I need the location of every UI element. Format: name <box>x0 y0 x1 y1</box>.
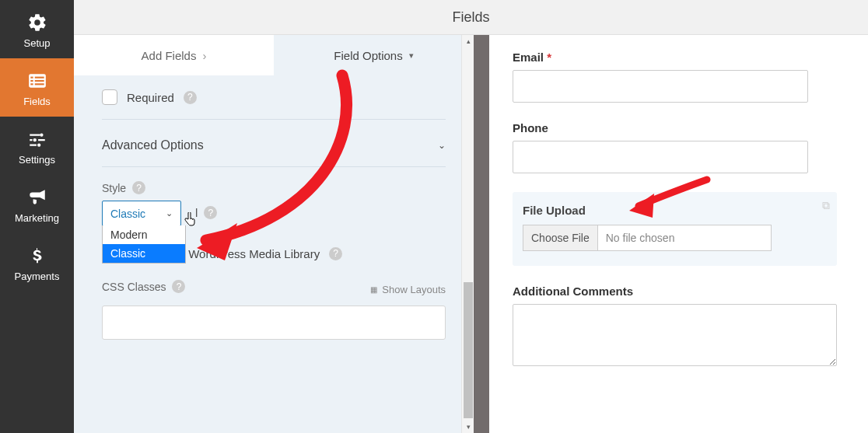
list-icon <box>26 69 49 93</box>
chevron-down-icon: ⌄ <box>438 140 446 151</box>
style-label: Style <box>102 182 126 194</box>
options-panel: Add Fields › Field Options ▾ Required ? <box>74 35 489 433</box>
phone-field-preview[interactable]: Phone <box>513 121 837 173</box>
help-icon[interactable]: ? <box>329 247 342 260</box>
scrollbar[interactable]: ▴ ▾ <box>461 35 474 433</box>
obscured-label-row: l ? <box>195 206 446 219</box>
required-checkbox[interactable] <box>102 89 117 105</box>
section-title: Advanced Options <box>102 138 204 152</box>
css-classes-input[interactable] <box>102 306 446 340</box>
bullhorn-icon <box>26 186 49 209</box>
help-icon[interactable]: ? <box>204 206 217 219</box>
no-file-text: No file chosen <box>598 232 683 244</box>
help-icon[interactable]: ? <box>172 280 185 293</box>
phone-input[interactable] <box>513 141 808 173</box>
tab-label: Field Options <box>334 49 402 62</box>
comments-field-preview[interactable]: Additional Comments <box>513 285 837 368</box>
svg-rect-2 <box>34 77 44 79</box>
css-classes-field: CSS Classes ? ▦ Show Layouts <box>102 280 446 340</box>
tab-add-fields[interactable]: Add Fields › <box>74 35 274 75</box>
sidebar-item-label: Setup <box>24 37 51 49</box>
required-label: Required <box>127 91 174 104</box>
scrollbar-thumb[interactable] <box>464 282 473 418</box>
comments-textarea[interactable] <box>513 304 837 366</box>
file-upload-field-preview[interactable]: ⧉ File Upload Choose File No file chosen <box>513 192 837 266</box>
sidebar-item-label: Marketing <box>15 212 59 224</box>
sidebar-item-label: Settings <box>19 154 55 166</box>
grid-icon: ▦ <box>370 285 377 294</box>
tab-label: Add Fields <box>142 49 197 62</box>
page-title: Fields <box>452 9 489 26</box>
dollar-icon <box>26 244 49 267</box>
tab-field-options[interactable]: Field Options ▾ <box>274 35 474 75</box>
help-icon[interactable]: ? <box>132 181 145 194</box>
sidebar-item-setup[interactable]: Setup <box>0 0 74 58</box>
advanced-options-toggle[interactable]: Advanced Options ⌄ <box>102 120 446 167</box>
chevron-down-icon: ▾ <box>409 51 414 61</box>
comments-label: Additional Comments <box>513 285 837 298</box>
scroll-down-icon[interactable]: ▾ <box>462 421 474 433</box>
required-asterisk: * <box>544 51 551 64</box>
topbar: Fields <box>74 0 868 35</box>
style-select[interactable]: Classic ⌄ Modern Classic <box>102 201 181 226</box>
email-field-preview[interactable]: Email * <box>513 51 837 103</box>
sidebar-item-fields[interactable]: Fields <box>0 58 74 117</box>
gear-icon <box>26 11 49 34</box>
file-input[interactable]: Choose File No file chosen <box>523 225 772 251</box>
select-value: Classic <box>110 208 145 220</box>
sliders-icon <box>26 127 49 151</box>
svg-rect-4 <box>34 80 44 82</box>
style-dropdown: Modern Classic <box>102 225 186 264</box>
duplicate-icon[interactable]: ⧉ <box>822 199 830 212</box>
scroll-up-icon[interactable]: ▴ <box>462 35 474 47</box>
svg-rect-1 <box>30 77 33 79</box>
help-icon[interactable]: ? <box>184 91 197 104</box>
show-layouts-link[interactable]: ▦ Show Layouts <box>370 284 446 295</box>
email-input[interactable] <box>513 70 808 103</box>
dropdown-option-modern[interactable]: Modern <box>103 225 185 244</box>
form-preview: Email * Phone ⧉ File Upload Choose File … <box>489 35 868 433</box>
sidebar-item-label: Payments <box>15 271 60 282</box>
choose-file-button[interactable]: Choose File <box>523 225 598 250</box>
dropdown-option-classic[interactable]: Classic <box>103 244 185 263</box>
required-option-row: Required ? <box>102 75 446 120</box>
show-layouts-label: Show Layouts <box>382 284 446 295</box>
sidebar-item-label: Fields <box>23 96 51 107</box>
chevron-down-icon: ⌄ <box>166 208 173 218</box>
sidebar-item-marketing[interactable]: Marketing <box>0 175 74 233</box>
sidebar-item-payments[interactable]: Payments <box>0 233 74 292</box>
svg-rect-6 <box>34 83 44 85</box>
sidebar-item-settings[interactable]: Settings <box>0 117 74 175</box>
svg-rect-3 <box>30 80 33 82</box>
svg-rect-5 <box>30 83 33 85</box>
sidebar: Setup Fields Settings Marketing Payments <box>0 0 74 433</box>
email-label: Email * <box>513 51 837 64</box>
css-classes-label: CSS Classes <box>102 281 166 293</box>
chevron-right-icon: › <box>202 49 206 62</box>
tabs: Add Fields › Field Options ▾ <box>74 35 474 75</box>
file-upload-label: File Upload <box>523 204 827 217</box>
phone-label: Phone <box>513 121 837 134</box>
